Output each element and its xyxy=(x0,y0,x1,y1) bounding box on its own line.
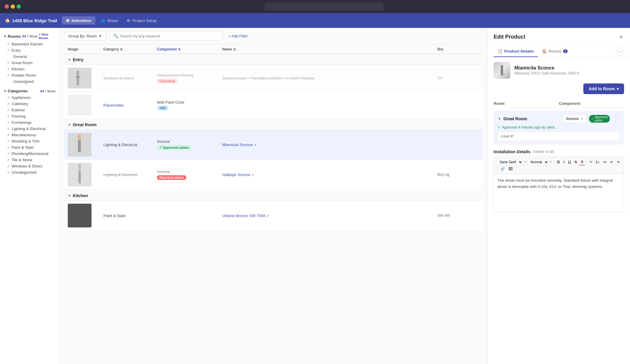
install-section-header: Installation Details (Visible to all) xyxy=(494,149,624,154)
sidebar-item-uncategorized[interactable]: ✓ Uncategorized xyxy=(0,169,59,175)
indent-increase-button[interactable]: ⇥ xyxy=(615,159,621,165)
sidebar-item-exterior[interactable]: ✓ Exterior xyxy=(0,107,59,113)
placeholder-link[interactable]: Placeholder xyxy=(103,103,124,107)
rooms-none-link[interactable]: None xyxy=(29,34,38,38)
row-thumb xyxy=(68,133,103,156)
table-row[interactable]: Lighting & Electrical Sconce ✓ Approved … xyxy=(64,130,483,160)
clear-format-button[interactable]: ⌧ xyxy=(507,166,514,172)
tab-product-details[interactable]: 📋 Product Details xyxy=(494,46,538,57)
sidebar-item-powder-room[interactable]: ✓ Powder Room xyxy=(0,72,59,78)
minimize-traffic-light[interactable] xyxy=(11,4,15,9)
table-row[interactable]: Windows & Doors Swing Doors: Privacy Can… xyxy=(64,65,483,92)
sidebar-item-basement-kitchen[interactable]: ✓ Basement Kitchen xyxy=(0,41,59,47)
font-size-select[interactable]: Normal xyxy=(527,159,549,165)
room-component-headers: Room Component xyxy=(494,99,624,108)
tab-selections[interactable]: ⊞ Selections xyxy=(62,16,96,25)
product-link[interactable]: Urbane Bronze SW 7048 xyxy=(222,213,265,218)
sidebar-item-misc[interactable]: ✓ Miscellaneous xyxy=(0,132,59,138)
svg-rect-1 xyxy=(77,71,79,86)
row-brand: She Wil xyxy=(437,213,479,218)
sidebar-item-unassigned[interactable]: Unassigned xyxy=(0,78,59,85)
sidebar-item-tile[interactable]: ✓ Tile & Stone xyxy=(0,157,59,163)
panel-title: Edit Product xyxy=(494,34,525,40)
content-area: ▼ Rooms All / None + New Room ✓ Basement… xyxy=(0,28,630,364)
sidebar-item-lighting[interactable]: ✓ Lighting & Electrical xyxy=(0,126,59,132)
underline-button[interactable]: U xyxy=(567,159,572,165)
more-options-button[interactable]: ··· xyxy=(616,48,624,56)
tab-rooms[interactable]: 🏠 Rooms 1 xyxy=(538,46,572,57)
font-size-dropdown-icon: ▼ xyxy=(549,160,552,164)
font-family-dropdown-icon: ▼ xyxy=(524,160,527,164)
share-icon: 👥 xyxy=(100,18,105,23)
table-row[interactable]: Lighting & Electrical Sconce Rejected op… xyxy=(64,160,483,190)
installation-details-section: Installation Details (Visible to all) Sa… xyxy=(494,149,624,213)
row-name: Urbane Bronze SW 7048 ↗ xyxy=(222,213,437,218)
th-category[interactable]: Category ⇅ xyxy=(103,47,157,51)
font-family-select[interactable]: Sans Serif xyxy=(496,159,523,165)
external-link-icon: ↗ xyxy=(266,214,269,218)
rooms-tab-icon: 🏠 xyxy=(542,49,547,53)
external-link-icon: ↗ xyxy=(254,143,256,147)
row-thumb xyxy=(68,163,103,186)
sidebar-item-great-room[interactable]: ✓ Great Room xyxy=(0,60,59,66)
check-icon: ✓ xyxy=(7,133,10,137)
sidebar-item-paint[interactable]: ✓ Paint & Stain xyxy=(0,144,59,151)
sidebar-item-plumbing[interactable]: ✓ Plumbing/Mechanical xyxy=(0,151,59,157)
close-traffic-light[interactable] xyxy=(5,4,9,9)
sidebar-item-cabinetry[interactable]: ✓ Cabinetry xyxy=(0,101,59,107)
rooms-toggle-links: All / None xyxy=(22,34,38,38)
right-panel: Edit Product × 📋 Product Details 🏠 Rooms… xyxy=(487,28,630,364)
close-panel-button[interactable]: × xyxy=(618,33,624,41)
check-icon: ✓ xyxy=(7,108,10,112)
check-icon: ✓ xyxy=(7,42,10,46)
section-great-room: ▼ Great Room Lighting & Electrical Sconc… xyxy=(64,119,483,190)
unordered-list-button[interactable]: •≡ xyxy=(602,159,608,165)
sidebar-item-kitchen[interactable]: ✓ Kitchen xyxy=(0,66,59,72)
row-name: Halfpipe Sconce ↗ xyxy=(222,172,437,177)
italic-button[interactable]: I xyxy=(562,159,566,165)
product-link[interactable]: Miamicita Sconce xyxy=(222,143,253,147)
collapse-icon[interactable]: ▼ xyxy=(498,117,501,121)
toolbar-separator xyxy=(497,167,497,171)
sidebar-item-windows[interactable]: ✓ Windows & Doors xyxy=(0,163,59,169)
svg-point-5 xyxy=(77,134,82,141)
product-info: Miamicita Sconce Miamicita 10531 Satin A… xyxy=(514,65,579,75)
new-room-link[interactable]: + New Room xyxy=(39,33,56,40)
component-dropdown[interactable]: Sconce ▼ xyxy=(563,114,587,123)
table-container: Image Category ⇅ Component ⇅ Name ⇅ Bra … xyxy=(59,44,487,235)
sidebar-item-flooring[interactable]: ✓ Flooring xyxy=(0,113,59,119)
th-component[interactable]: Component ⇅ xyxy=(157,47,222,51)
sidebar-item-furnishings[interactable]: ✓ Furnishings xyxy=(0,119,59,126)
product-link[interactable]: Halfpipe Sconce xyxy=(222,172,251,177)
th-name[interactable]: Name ⇅ xyxy=(222,47,437,51)
tab-share[interactable]: 👥 Share xyxy=(96,16,122,25)
room-more-button[interactable]: ⋮ xyxy=(612,115,620,123)
tab-project-setup[interactable]: ⚙ Project Setup xyxy=(122,16,160,25)
rooms-all-link[interactable]: All xyxy=(22,34,26,38)
maximize-traffic-light[interactable] xyxy=(17,4,21,9)
section-collapse-icon[interactable]: ▼ xyxy=(68,58,71,61)
sidebar-item-appliances[interactable]: ✓ Appliances xyxy=(0,94,59,101)
search-input[interactable] xyxy=(120,34,218,38)
align-left-button[interactable]: ≡ xyxy=(588,159,593,165)
indent-decrease-button[interactable]: ⇤ xyxy=(609,159,615,165)
add-to-room-button[interactable]: Add to Room ▾ xyxy=(583,83,624,94)
ordered-list-button[interactable]: 1≡ xyxy=(594,159,601,165)
link-button[interactable]: 🔗 xyxy=(499,166,506,172)
bold-button[interactable]: B xyxy=(556,159,561,165)
sidebar-item-general[interactable]: General xyxy=(0,53,59,60)
section-collapse-icon[interactable]: ▼ xyxy=(68,123,71,126)
categories-none-link[interactable]: None xyxy=(48,89,56,93)
table-row[interactable]: Placeholder Wall Paint Color TBD xyxy=(64,92,483,119)
strikethrough-button[interactable]: S xyxy=(573,159,579,165)
editor-content[interactable]: The driver must be mounted remotely. Sta… xyxy=(494,174,624,213)
sidebar-item-entry[interactable]: ✓ Entry xyxy=(0,47,59,53)
table-row[interactable]: Paint & Stain Urbane Bronze SW 7048 ↗ Sh… xyxy=(64,201,483,231)
categories-all-link[interactable]: All xyxy=(40,89,44,93)
add-filter-button[interactable]: + Add Filter xyxy=(226,32,250,40)
text-color-button[interactable]: A xyxy=(579,159,585,165)
section-collapse-icon[interactable]: ▼ xyxy=(68,194,71,197)
row-thumb xyxy=(68,68,103,88)
sidebar-item-moulding[interactable]: ✓ Moulding & Trim xyxy=(0,138,59,144)
group-by-button[interactable]: Group By: Room ▼ xyxy=(64,32,106,40)
